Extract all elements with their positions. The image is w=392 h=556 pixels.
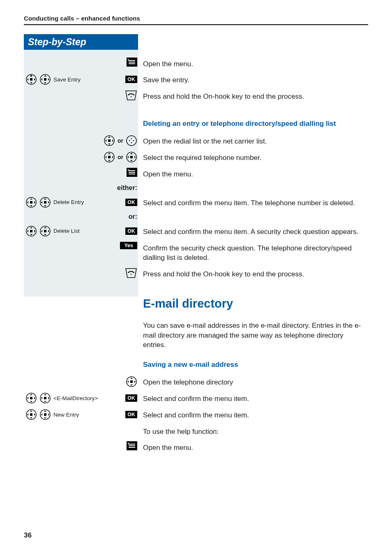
svg-marker-92 [48,413,49,416]
page-header: Conducting calls – enhanced functions [24,15,368,22]
svg-rect-88 [44,413,46,416]
svg-marker-6 [34,78,35,81]
nav-key-icon [126,376,137,387]
onhook-key-icon [125,268,137,278]
yes-badge: Yes [120,242,137,249]
svg-rect-15 [108,139,111,142]
page-number: 36 [24,531,32,540]
svg-marker-30 [112,156,113,158]
or-label: or [118,137,123,144]
svg-marker-53 [30,234,32,235]
menu-icon [127,168,137,177]
svg-marker-10 [44,82,46,83]
ok-badge: OK [125,199,137,206]
step-text: Select and confirm the menu item. A secu… [143,225,368,236]
nav-key-icon [39,225,51,237]
svg-marker-12 [48,78,49,81]
either-label: either: [117,184,137,192]
svg-marker-66 [130,385,133,386]
svg-marker-27 [108,153,111,154]
svg-rect-76 [44,397,46,399]
nav-key-icon [25,197,37,208]
step-text: Confirm the security check question. The… [143,242,368,263]
svg-marker-18 [105,139,106,142]
svg-marker-91 [41,413,42,416]
svg-marker-40 [30,198,32,199]
svg-point-22 [131,142,132,143]
ok-badge: OK [125,76,137,83]
svg-point-24 [133,140,134,141]
svg-marker-90 [44,417,46,419]
svg-marker-29 [105,156,106,158]
svg-marker-43 [34,201,35,204]
nav-key-icon [39,392,51,404]
svg-marker-68 [134,380,136,383]
svg-marker-61 [48,230,49,232]
redial-key-icon [126,135,137,146]
step-text: Select and confirm the menu item. [143,409,368,420]
svg-marker-11 [41,78,42,81]
svg-marker-84 [30,417,32,419]
svg-marker-86 [34,413,35,416]
svg-marker-67 [127,380,129,383]
svg-marker-47 [44,205,46,206]
section-heading: Deleting an entry or telephone directory… [143,119,368,128]
svg-point-23 [129,140,130,141]
svg-marker-55 [34,230,35,232]
nav-key-icon [25,74,37,85]
nav-key-icon [25,225,37,237]
svg-point-21 [131,138,132,139]
step-text: Save the entry. [143,74,368,85]
svg-rect-51 [30,230,32,232]
step-text: Open the menu. [143,58,368,69]
svg-marker-4 [30,82,32,83]
svg-marker-80 [48,397,49,399]
svg-rect-8 [44,78,46,81]
svg-marker-46 [44,198,46,199]
or-label: or: [129,213,137,220]
svg-marker-16 [108,137,111,138]
nav-key-icon [104,151,115,163]
step-text: To use the help function: [143,425,368,436]
svg-marker-85 [27,413,28,416]
svg-marker-72 [30,401,32,402]
nav-key-icon [25,392,37,404]
svg-marker-28 [108,160,111,161]
section-heading: Saving a new e-mail address [143,360,368,369]
step-text: Select the required telephone number. [143,151,368,162]
svg-marker-17 [108,144,111,145]
svg-rect-45 [44,201,46,204]
svg-rect-57 [44,230,46,232]
nav-key-icon [25,409,37,420]
svg-marker-19 [112,139,113,142]
svg-point-20 [127,136,136,146]
svg-marker-9 [44,75,46,76]
svg-marker-33 [130,153,133,154]
step-text: Open the telephone directory [143,376,368,387]
svg-rect-82 [30,413,32,416]
paragraph-text: You can save e-mail addresses in the e-m… [143,319,368,350]
ok-badge: OK [125,411,137,418]
svg-marker-65 [130,378,133,379]
action-label: Save Entry [53,76,81,83]
svg-rect-39 [30,201,32,204]
step-text: Select and confirm the menu item. The te… [143,197,368,208]
section-heading: E-mail directory [143,295,368,312]
svg-point-13 [131,96,131,97]
step-text: Open the redial list or the net carrier … [143,135,368,146]
svg-marker-42 [27,201,28,204]
svg-marker-52 [30,227,32,228]
nav-key-icon [126,151,137,163]
onhook-key-icon [125,90,137,101]
step-text: Press and hold the On-hook key to end th… [143,268,368,279]
svg-marker-74 [34,397,35,399]
menu-icon [127,441,137,450]
svg-marker-48 [41,201,42,204]
step-text: Press and hold the On-hook key to end th… [143,90,368,101]
nav-key-icon [39,409,51,420]
svg-marker-71 [30,394,32,395]
svg-marker-34 [130,160,133,161]
or-label: or [118,154,123,160]
action-label: <E-MailDirectory> [53,395,98,401]
svg-rect-26 [108,156,111,158]
